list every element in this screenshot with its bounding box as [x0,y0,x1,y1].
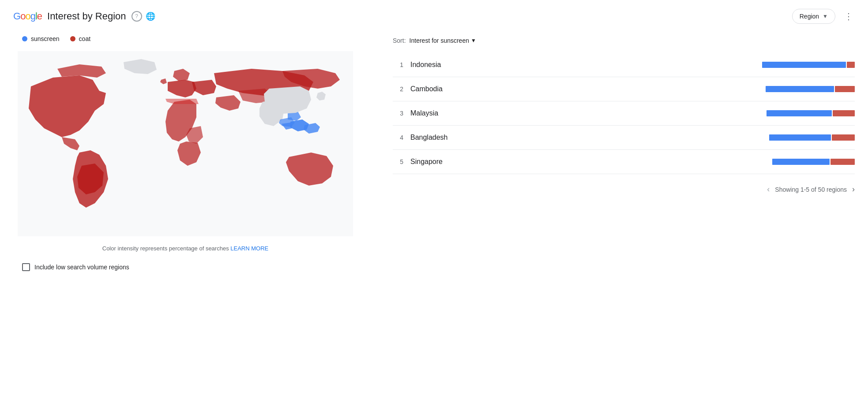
legend-item-coat: coat [70,35,90,42]
legend-dot-sunscreen [22,36,27,41]
bar-blue [769,134,831,141]
map-footer-text: Color intensity represents percentage of… [102,245,229,252]
region-dropdown-chevron: ▼ [823,13,828,19]
country-name: Bangladesh [410,134,499,141]
bar-wrapper [769,134,855,141]
bar-blue [766,86,834,92]
bar-blue [762,62,846,68]
pagination-row: ‹ Showing 1-5 of 50 regions › [393,174,855,194]
rank-number: 2 [393,86,403,93]
world-map-svg [18,51,353,236]
bar-wrapper [766,86,855,92]
header-left: Google Interest by Region ? 🌐 [13,11,155,22]
page-header: Google Interest by Region ? 🌐 Region ▼ ⋮ [0,0,868,28]
checkbox-row: Include low search volume regions [13,256,357,278]
ranking-row[interactable]: 5 Singapore [393,150,855,174]
bar-red [847,62,855,68]
pagination-text: Showing 1-5 of 50 regions [775,186,847,193]
bar-container [506,110,855,116]
legend-item-sunscreen: sunscreen [22,35,60,42]
region-dropdown[interactable]: Region ▼ [792,9,835,24]
header-right: Region ▼ ⋮ [792,9,855,24]
legend-label-coat: coat [79,35,90,42]
legend-dot-coat [70,36,75,41]
rank-number: 4 [393,134,403,141]
ranking-row[interactable]: 2 Cambodia [393,77,855,101]
bar-blue [767,110,832,116]
main-content: sunscreen coat [0,28,868,278]
rank-number: 1 [393,61,403,68]
bar-container [506,86,855,92]
bar-blue [772,159,830,165]
bar-red [830,159,855,165]
country-name: Indonesia [410,61,499,69]
bar-red [832,134,855,141]
region-dropdown-label: Region [800,13,819,20]
ranking-row[interactable]: 1 Indonesia [393,53,855,77]
ranking-row[interactable]: 3 Malaysia [393,101,855,126]
rankings-list: 1 Indonesia 2 Cambodia 3 Malaysia 4 B [393,53,855,174]
pagination-prev-icon[interactable]: ‹ [767,185,770,194]
bar-wrapper [767,110,855,116]
bar-red [835,86,855,92]
sort-row: Sort: Interest for sunscreen ▼ [393,33,855,53]
country-name: Singapore [410,158,499,166]
globe-icon[interactable]: 🌐 [146,11,155,21]
sort-dropdown[interactable]: Interest for sunscreen ▼ [410,37,476,44]
bar-wrapper [772,159,855,165]
bar-red [833,110,855,116]
sort-value-label: Interest for sunscreen [410,37,469,44]
learn-more-link[interactable]: LEARN MORE [230,245,268,252]
country-name: Malaysia [410,109,499,117]
header-icons: ? 🌐 [132,11,155,22]
page-title: Interest by Region [47,11,126,22]
ranking-row[interactable]: 4 Bangladesh [393,126,855,150]
bar-container [506,159,855,165]
rank-number: 3 [393,110,403,117]
legend-label-sunscreen: sunscreen [31,35,60,42]
left-panel: sunscreen coat [13,28,366,278]
bar-wrapper [762,62,855,68]
rank-number: 5 [393,158,403,165]
bar-container [506,62,855,68]
map-footer: Color intensity represents percentage of… [13,236,357,256]
pagination-next-icon[interactable]: › [852,185,855,194]
help-icon[interactable]: ? [132,11,142,22]
google-logo: Google [13,11,42,22]
sort-chevron-icon: ▼ [471,37,476,44]
country-name: Cambodia [410,85,499,93]
right-panel: Sort: Interest for sunscreen ▼ 1 Indones… [366,28,855,278]
bar-container [506,134,855,141]
more-options-button[interactable]: ⋮ [842,9,855,23]
checkbox-label: Include low search volume regions [34,264,129,271]
sort-label: Sort: [393,37,406,44]
low-search-checkbox[interactable] [22,263,30,271]
legend: sunscreen coat [13,28,357,51]
world-map [18,51,353,236]
